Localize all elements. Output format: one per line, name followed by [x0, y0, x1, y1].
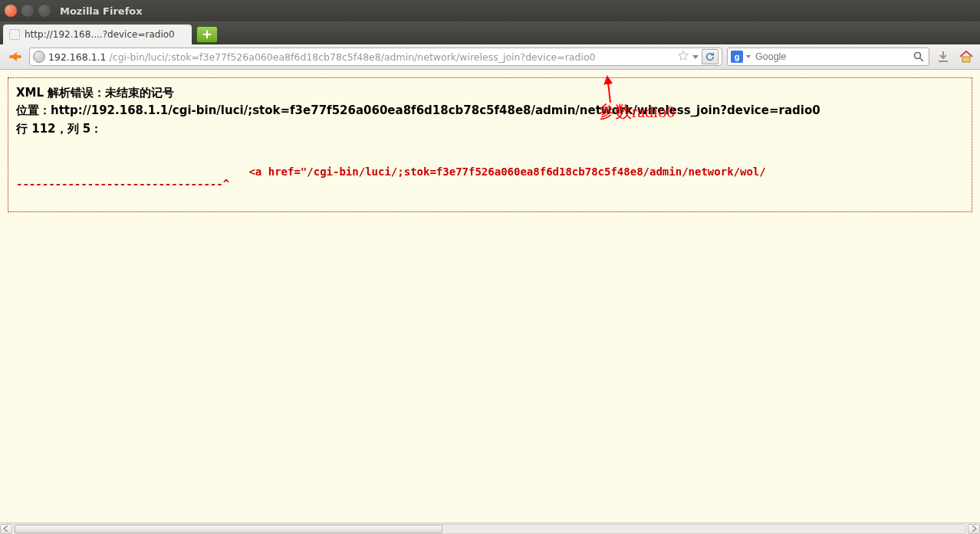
url-path: /cgi-bin/luci/;stok=f3e77f526a060ea8f6d1…: [110, 51, 596, 63]
new-tab-button[interactable]: [196, 26, 218, 43]
error-heading-line2: 位置：http://192.168.1.1/cgi-bin/luci/;stok…: [16, 102, 964, 120]
url-bar[interactable]: 192.168.1.1/cgi-bin/luci/;stok=f3e77f526…: [29, 48, 722, 66]
error-heading-line1: XML 解析错误：未结束的记号: [16, 84, 964, 102]
bookmark-star-icon[interactable]: [677, 50, 689, 64]
navigation-toolbar: 192.168.1.1/cgi-bin/luci/;stok=f3e77f526…: [0, 44, 980, 70]
downloads-button[interactable]: [934, 48, 952, 66]
search-input[interactable]: [755, 51, 907, 62]
window-maximize-button[interactable]: [38, 5, 51, 17]
tab-strip: http://192.168....?device=radio0: [0, 21, 980, 44]
urlbar-right-icons: [677, 49, 719, 64]
url-host: 192.168.1.1: [48, 51, 107, 63]
search-go-button[interactable]: [912, 50, 926, 64]
reload-icon: [705, 51, 715, 62]
tab-title: http://192.168....?device=radio0: [25, 29, 175, 40]
window-titlebar: Mozilla Firefox: [0, 0, 980, 21]
urlbar-dropdown-icon[interactable]: [692, 55, 699, 59]
svg-point-0: [915, 53, 921, 59]
home-button[interactable]: [957, 48, 975, 66]
home-icon: [958, 48, 975, 65]
svg-rect-1: [962, 57, 970, 62]
plus-icon: [202, 29, 212, 40]
magnifier-icon: [913, 51, 925, 63]
scroll-right-button[interactable]: [968, 524, 980, 534]
xml-error-box: XML 解析错误：未结束的记号 位置：http://192.168.1.1/cg…: [8, 77, 972, 212]
search-engine-dropdown-icon[interactable]: [746, 55, 751, 58]
scrollbar-track[interactable]: [14, 524, 966, 534]
browser-tab[interactable]: http://192.168....?device=radio0: [3, 25, 192, 44]
chevron-left-icon: [3, 526, 9, 532]
error-heading-line3: 行 112，列 5：: [16, 120, 964, 138]
window-minimize-button[interactable]: [21, 5, 34, 17]
horizontal-scrollbar[interactable]: [0, 523, 980, 534]
reload-button[interactable]: [702, 49, 719, 64]
back-arrow-icon: [6, 48, 23, 65]
error-source-pointer: --------------------------------^: [16, 178, 964, 190]
site-identity-icon[interactable]: [33, 51, 45, 63]
tab-favicon-icon: [9, 29, 20, 40]
search-bar[interactable]: g: [727, 48, 929, 66]
scrollbar-thumb[interactable]: [15, 525, 442, 533]
chevron-right-icon: [971, 526, 977, 532]
window-title: Mozilla Firefox: [60, 5, 143, 17]
scroll-left-button[interactable]: [0, 524, 12, 534]
error-source-line: <a href="/cgi-bin/luci/;stok=f3e77f526a0…: [16, 165, 964, 178]
page-content: XML 解析错误：未结束的记号 位置：http://192.168.1.1/cg…: [0, 70, 980, 523]
back-button[interactable]: [5, 47, 25, 67]
download-icon: [936, 49, 951, 64]
window-close-button[interactable]: [5, 5, 17, 17]
search-engine-icon[interactable]: g: [731, 51, 743, 63]
